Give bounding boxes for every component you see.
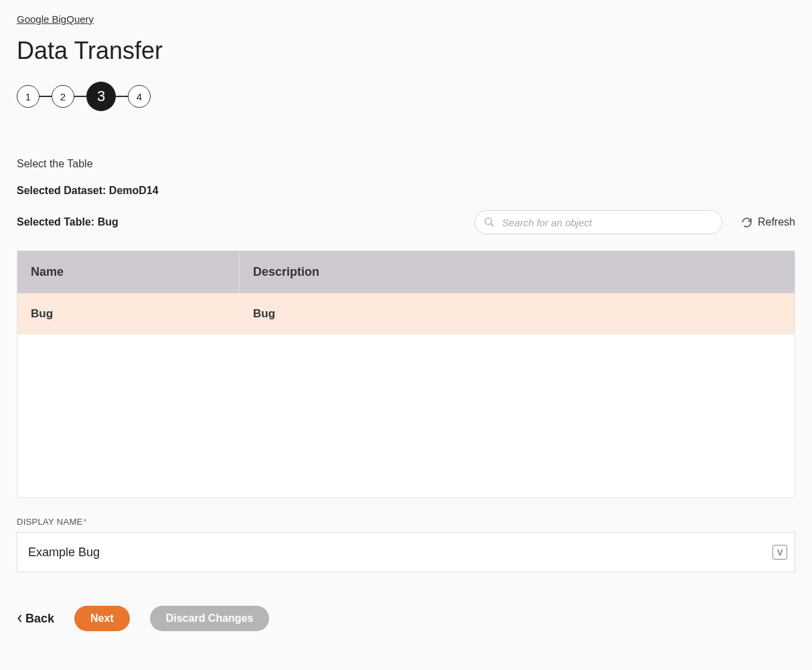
stepper: 1 2 3 4 xyxy=(17,82,795,111)
display-name-label: DISPLAY NAME* xyxy=(17,517,795,527)
col-header-name[interactable]: Name xyxy=(17,251,240,293)
selected-dataset: Selected Dataset: DemoD14 xyxy=(17,185,795,197)
variable-picker-icon[interactable]: V xyxy=(773,545,787,560)
table-row[interactable]: Bug Bug xyxy=(17,293,795,335)
cell-description: Bug xyxy=(240,307,795,321)
refresh-button[interactable]: Refresh xyxy=(741,216,795,228)
back-button[interactable]: Back xyxy=(17,612,54,626)
page-title: Data Transfer xyxy=(17,37,795,65)
search-field[interactable] xyxy=(475,210,722,234)
step-1[interactable]: 1 xyxy=(17,85,39,108)
step-connector xyxy=(39,96,52,97)
search-input[interactable] xyxy=(502,217,714,228)
tables-table: Name Description Bug Bug xyxy=(17,250,795,498)
col-header-description[interactable]: Description xyxy=(240,251,795,293)
svg-line-1 xyxy=(491,224,493,226)
breadcrumb-link[interactable]: Google BigQuery xyxy=(17,13,94,25)
required-marker: * xyxy=(84,517,87,527)
cell-name: Bug xyxy=(17,307,240,321)
refresh-icon xyxy=(741,217,752,228)
search-icon xyxy=(483,216,495,228)
display-name-input[interactable] xyxy=(17,532,795,572)
step-2[interactable]: 2 xyxy=(52,85,74,108)
step-connector xyxy=(74,96,86,97)
refresh-label: Refresh xyxy=(758,216,795,228)
table-header: Name Description xyxy=(17,251,795,293)
step-4[interactable]: 4 xyxy=(128,85,151,108)
step-3[interactable]: 3 xyxy=(86,82,116,111)
back-label: Back xyxy=(25,612,54,626)
selected-table: Selected Table: Bug xyxy=(17,216,118,228)
next-button[interactable]: Next xyxy=(74,606,130,631)
chevron-left-icon xyxy=(17,614,23,623)
section-label: Select the Table xyxy=(17,158,795,170)
svg-point-0 xyxy=(485,218,492,225)
step-connector xyxy=(116,96,128,97)
discard-button[interactable]: Discard Changes xyxy=(150,606,270,631)
